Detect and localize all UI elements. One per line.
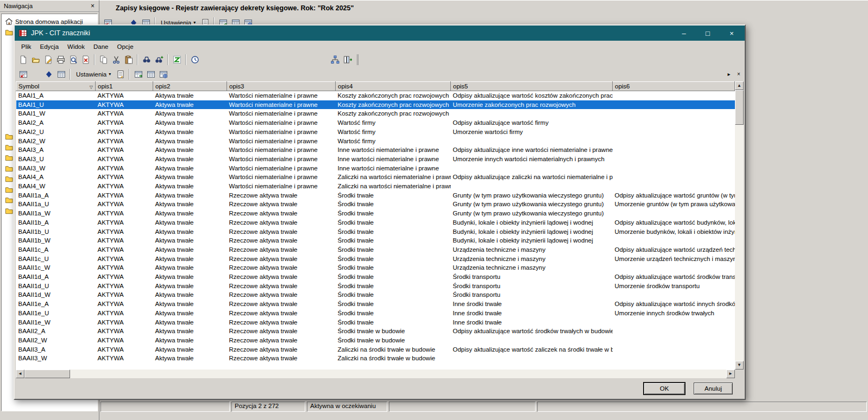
vertical-scroll-thumb[interactable] — [735, 90, 744, 125]
table-cell — [613, 145, 735, 155]
table-row[interactable]: BAAII1c_WAKTYWAAktywa trwałeRzeczowe akt… — [16, 263, 735, 272]
settings-dropdown[interactable]: Ustawienia▾ — [73, 68, 114, 80]
table-row[interactable]: BAAI2_AAKTYWAAktywa trwałeWartości niema… — [16, 118, 735, 128]
history-button[interactable] — [188, 54, 201, 66]
horizontal-scrollbar[interactable]: ◄ ► — [16, 370, 735, 378]
table-cell — [613, 336, 735, 345]
table-row[interactable]: BAAI3_WAKTYWAAktywa trwałeWartości niema… — [16, 164, 735, 173]
table-row[interactable]: BAAII1d_UAKTYWAAktywa trwałeRzeczowe akt… — [16, 282, 735, 291]
table-row[interactable]: BAAII1d_AAKTYWAAktywa trwałeRzeczowe akt… — [16, 272, 735, 282]
menu-dane[interactable]: Dane — [89, 42, 113, 51]
find-button[interactable] — [140, 54, 153, 66]
column-header-opis5[interactable]: opis5 — [451, 82, 613, 91]
find-next-button[interactable] — [153, 54, 165, 66]
folder-icon — [5, 28, 13, 36]
column-picker-button[interactable] — [341, 54, 354, 66]
menu-plik[interactable]: Plik — [17, 42, 36, 51]
grid-jump-button[interactable] — [17, 68, 29, 80]
minimize-button[interactable]: – — [672, 26, 696, 40]
sort-filter-icon[interactable]: ▽ — [90, 85, 93, 90]
scroll-right-icon[interactable]: ► — [726, 370, 735, 378]
toolbar-drag-handle[interactable] — [357, 54, 360, 65]
table-row[interactable]: BAAII1c_AAKTYWAAktywa trwałeRzeczowe akt… — [16, 245, 735, 254]
table-cell: Środki trwałe — [336, 227, 451, 237]
close-button[interactable]: × — [720, 26, 744, 40]
table-row[interactable]: BAAII3_AAKTYWAAktywa trwałeRzeczowe akty… — [16, 345, 735, 354]
table-cell: AKTYWA — [96, 272, 153, 282]
table-row[interactable]: BAAII1d_WAKTYWAAktywa trwałeRzeczowe akt… — [16, 290, 735, 300]
table-cell: Aktywa trwałe — [153, 164, 227, 173]
table-row[interactable]: BAAII1e_WAKTYWAAktywa trwałeRzeczowe akt… — [16, 318, 735, 327]
table-button[interactable] — [55, 68, 67, 80]
table-row[interactable]: BAAII1c_UAKTYWAAktywa trwałeRzeczowe akt… — [16, 254, 735, 264]
table-row[interactable]: BAAI2_UAKTYWAAktywa trwałeWartości niema… — [16, 128, 735, 137]
table-cell: Koszty zakończonych prac rozwojowych — [336, 109, 451, 118]
table-row[interactable]: BAAI2_WAKTYWAAktywa trwałeWartości niema… — [16, 137, 735, 146]
table-globe-button[interactable] — [157, 68, 169, 80]
new-document-button[interactable] — [17, 54, 29, 66]
arrow-right-button[interactable]: ▸ — [725, 70, 733, 79]
menu-widok[interactable]: Widok — [63, 42, 89, 51]
refresh-button[interactable] — [171, 54, 183, 66]
table-row[interactable]: BAAI4_WAKTYWAAktywa trwałeWartości niema… — [16, 182, 735, 191]
column-header-opis2[interactable]: opis2 — [153, 82, 227, 91]
delete-document-button[interactable] — [79, 54, 92, 66]
table-cell: AKTYWA — [96, 336, 153, 345]
table-row[interactable]: BAAII1a_AAKTYWAAktywa trwałeRzeczowe akt… — [16, 191, 735, 200]
cut-button[interactable] — [110, 54, 122, 66]
table-cell: BAAII1e_W — [16, 318, 96, 327]
table-cell: Środki trwałe w budowie — [336, 336, 451, 345]
table-row[interactable]: BAAII1b_WAKTYWAAktywa trwałeRzeczowe akt… — [16, 236, 735, 245]
table-row[interactable]: BAAII1e_AAKTYWAAktywa trwałeRzeczowe akt… — [16, 300, 735, 309]
table-cell: Aktywa trwałe — [153, 91, 227, 100]
table-row[interactable]: BAAII3_WAKTYWAAktywa trwałeRzeczowe akty… — [16, 354, 735, 363]
edit-document-button[interactable] — [42, 54, 54, 66]
table-cell: Odpisy aktualizujące wartość innych środ… — [613, 300, 735, 309]
scroll-up-icon[interactable]: ▲ — [735, 81, 744, 90]
table-row[interactable]: BAAI4_AAKTYWAAktywa trwałeWartości niema… — [16, 173, 735, 182]
print-preview-button[interactable] — [67, 54, 79, 66]
table-row[interactable]: BAAII1a_UAKTYWAAktywa trwałeRzeczowe akt… — [16, 200, 735, 209]
table-cell: AKTYWA — [96, 182, 153, 191]
cancel-button[interactable]: Anuluj — [694, 383, 733, 394]
vertical-scrollbar[interactable]: ▲ ▼ — [735, 81, 744, 370]
copy-icon — [99, 55, 108, 64]
paste-button[interactable] — [122, 54, 135, 66]
maximize-button[interactable]: □ — [696, 26, 720, 40]
scroll-left-icon[interactable]: ◄ — [16, 370, 24, 378]
open-folder-button[interactable] — [29, 54, 42, 66]
table-row[interactable]: BAAII1e_UAKTYWAAktywa trwałeRzeczowe akt… — [16, 309, 735, 318]
print-button[interactable] — [54, 54, 67, 66]
scroll-down-icon[interactable]: ▼ — [735, 361, 744, 370]
table-cell: Zaliczki na wartości niematerialne i pra… — [336, 173, 451, 182]
table-row[interactable]: BAAI1_AAKTYWAAktywa trwałeWartości niema… — [16, 91, 735, 100]
diamond-button[interactable] — [42, 68, 55, 80]
properties-button[interactable] — [114, 68, 127, 80]
table-export-button[interactable] — [132, 68, 144, 80]
column-header-symbol[interactable]: Symbol▽ — [16, 82, 96, 91]
hierarchy-button[interactable] — [329, 54, 341, 66]
horizontal-scroll-thumb[interactable] — [24, 370, 70, 378]
close-icon[interactable]: × — [89, 2, 97, 10]
copy-button[interactable] — [97, 54, 110, 66]
ok-button[interactable]: OK — [644, 383, 685, 394]
column-header-opis4[interactable]: opis4 — [336, 82, 451, 91]
table-button[interactable] — [144, 68, 157, 80]
table-row[interactable]: BAAII1b_AAKTYWAAktywa trwałeRzeczowe akt… — [16, 218, 735, 227]
table-cell: Środki transportu — [451, 282, 613, 291]
column-header-opis6[interactable]: opis6 — [613, 82, 735, 91]
column-header-opis3[interactable]: opis3 — [227, 82, 336, 91]
menu-opcje[interactable]: Opcje — [113, 42, 138, 51]
close-small-button[interactable]: × — [734, 70, 743, 79]
table-row[interactable]: BAAI1_UAKTYWAAktywa trwałeWartości niema… — [16, 100, 735, 110]
table-cell: AKTYWA — [96, 282, 153, 291]
table-row[interactable]: BAAII2_AAKTYWAAktywa trwałeRzeczowe akty… — [16, 327, 735, 336]
table-row[interactable]: BAAII2_WAKTYWAAktywa trwałeRzeczowe akty… — [16, 336, 735, 345]
table-row[interactable]: BAAI3_AAKTYWAAktywa trwałeWartości niema… — [16, 145, 735, 155]
table-row[interactable]: BAAII1b_UAKTYWAAktywa trwałeRzeczowe akt… — [16, 227, 735, 237]
table-row[interactable]: BAAI3_UAKTYWAAktywa trwałeWartości niema… — [16, 155, 735, 164]
table-row[interactable]: BAAII1a_WAKTYWAAktywa trwałeRzeczowe akt… — [16, 209, 735, 218]
table-row[interactable]: BAAI1_WAKTYWAAktywa trwałeWartości niema… — [16, 109, 735, 118]
menu-edycja[interactable]: Edycja — [36, 42, 64, 51]
column-header-opis1[interactable]: opis1 — [96, 82, 153, 91]
